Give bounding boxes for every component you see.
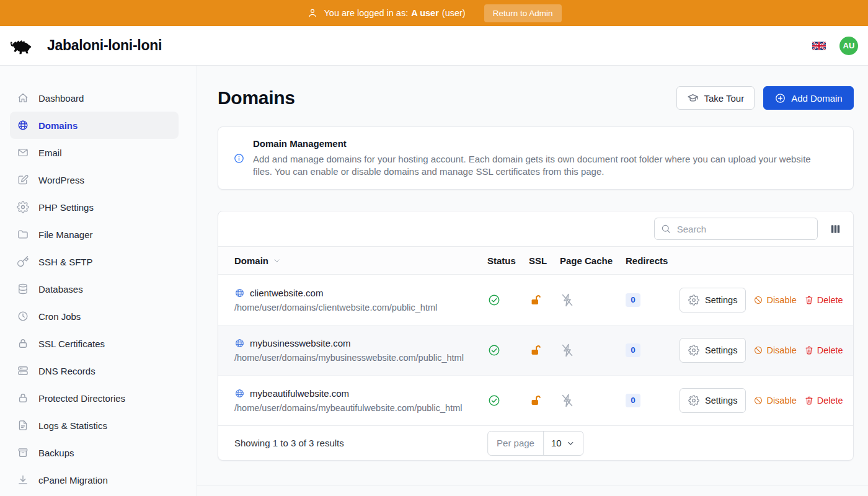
- impersonation-banner: You are logged in as: A user (user) Retu…: [0, 0, 868, 26]
- sidebar-item-label: Dashboard: [38, 93, 84, 104]
- per-page-value: 10: [551, 438, 562, 448]
- sidebar-item-label: DNS Records: [38, 366, 95, 376]
- settings-button[interactable]: Settings: [680, 288, 746, 312]
- plus-circle-icon: [774, 92, 786, 104]
- disable-button[interactable]: Disable: [753, 295, 796, 305]
- delete-button[interactable]: Delete: [804, 295, 843, 305]
- columns-toggle-button[interactable]: [828, 222, 843, 236]
- gear-icon: [688, 294, 699, 306]
- sidebar-item-databases[interactable]: Databases: [10, 275, 179, 303]
- uk-flag-icon[interactable]: [812, 42, 826, 50]
- sidebar-item-logs-statistics[interactable]: Logs & Statistics: [10, 412, 179, 439]
- page-title: Domains: [218, 87, 295, 108]
- ban-icon: [753, 396, 763, 405]
- sidebar-item-label: SSH & SFTP: [38, 257, 93, 267]
- trash-icon: [804, 345, 814, 355]
- sidebar-item-label: PHP Settings: [38, 202, 94, 213]
- domain-name: mybusinesswebsite.com: [250, 338, 351, 348]
- page-cache-off-icon: [560, 393, 626, 408]
- gear-icon: [688, 395, 699, 406]
- column-header-ssl: SSL: [529, 255, 560, 266]
- download-icon: [17, 474, 29, 486]
- delete-button[interactable]: Delete: [804, 345, 843, 355]
- trash-icon: [804, 396, 814, 405]
- sidebar-item-label: Backups: [38, 448, 74, 458]
- table-row: mybusinesswebsite.com /home/user/domains…: [218, 325, 853, 375]
- sidebar-item-label: Logs & Statistics: [38, 420, 107, 431]
- sidebar-item-label: File Manager: [38, 229, 93, 240]
- trash-icon: [804, 295, 814, 305]
- page-cache-off-icon: [560, 343, 626, 358]
- sidebar-item-dns-records[interactable]: DNS Records: [10, 357, 179, 384]
- table-header-row: Domain Status SSL Page Cache Redirects: [218, 246, 853, 275]
- search-icon: [660, 223, 671, 234]
- sidebar-item-label: Protected Directories: [38, 393, 125, 404]
- home-icon: [17, 92, 29, 104]
- per-page-select[interactable]: Per page 10: [487, 431, 584, 456]
- table-row: mybeautifulwebsite.com /home/user/domain…: [218, 375, 853, 425]
- sidebar-item-dashboard[interactable]: Dashboard: [10, 84, 179, 112]
- status-enabled-icon: [487, 394, 529, 407]
- clock-icon: [17, 310, 29, 322]
- sidebar-item-domains[interactable]: Domains: [10, 112, 179, 139]
- globe-icon: [234, 288, 245, 298]
- sidebar-item-cpanel-migration[interactable]: cPanel Migration: [10, 466, 179, 494]
- info-icon: [233, 153, 245, 164]
- boar-logo-icon: [9, 33, 40, 58]
- lock-icon: [17, 337, 29, 350]
- results-summary: Showing 1 to 3 of 3 results: [234, 438, 344, 448]
- add-domain-button[interactable]: Add Domain: [763, 86, 854, 110]
- domains-table-card: Domain Status SSL Page Cache Redirects c…: [218, 211, 854, 461]
- domain-path: /home/user/domains/mybusinesswebsite.com…: [234, 353, 487, 363]
- search-box: [654, 218, 818, 240]
- search-input[interactable]: [654, 218, 818, 240]
- sidebar-item-backups[interactable]: Backups: [10, 439, 179, 466]
- sidebar-item-label: Email: [38, 148, 62, 158]
- sidebar-item-ssh-sftp[interactable]: SSH & SFTP: [10, 248, 179, 275]
- sidebar-item-cron-jobs[interactable]: Cron Jobs: [10, 303, 179, 330]
- disable-button[interactable]: Disable: [753, 396, 796, 405]
- column-header-domain[interactable]: Domain: [234, 255, 487, 266]
- gear-icon: [688, 345, 699, 356]
- impersonation-message: You are logged in as: A user (user): [324, 8, 466, 18]
- lock-icon: [17, 392, 29, 404]
- sidebar-item-file-manager[interactable]: File Manager: [10, 221, 179, 248]
- sidebar-item-label: cPanel Migration: [38, 475, 108, 485]
- disable-button[interactable]: Disable: [753, 345, 796, 355]
- ssl-unlocked-icon: [529, 394, 560, 407]
- sidebar-item-php-settings[interactable]: PHP Settings: [10, 193, 179, 221]
- sidebar-item-label: Cron Jobs: [38, 311, 81, 322]
- info-card-description: Add and manage domains for your hosting …: [253, 153, 814, 178]
- sidebar-item-protected-directories[interactable]: Protected Directories: [10, 384, 179, 412]
- folder-icon: [17, 228, 29, 241]
- sidebar-item-wordpress[interactable]: WordPress: [10, 166, 179, 193]
- sidebar-item-ssl-certificates[interactable]: SSL Certificates: [10, 330, 179, 357]
- envelope-icon: [17, 146, 29, 159]
- sidebar-item-label: SSL Certificates: [38, 339, 105, 349]
- settings-button[interactable]: Settings: [680, 388, 746, 413]
- ssl-unlocked-icon: [529, 293, 560, 307]
- avatar[interactable]: AU: [839, 37, 858, 55]
- impersonation-prefix: You are logged in as:: [324, 8, 409, 18]
- take-tour-button[interactable]: Take Tour: [676, 86, 755, 110]
- domain-path: /home/user/domains/mybeautifulwebsite.co…: [234, 403, 487, 413]
- info-card-title: Domain Management: [253, 138, 814, 149]
- redirects-count-badge: 0: [626, 343, 640, 357]
- impersonated-user-name: A user: [411, 8, 439, 18]
- sidebar-item-label: Databases: [38, 284, 83, 294]
- return-to-admin-button[interactable]: Return to Admin: [484, 4, 562, 22]
- settings-button[interactable]: Settings: [680, 338, 746, 363]
- columns-icon: [830, 223, 841, 235]
- ban-icon: [753, 295, 763, 305]
- chevron-down-icon: [272, 256, 281, 265]
- main-content: Domains Take Tour Add Domain Domain Mana…: [197, 66, 868, 496]
- redirects-count-badge: 0: [626, 394, 640, 407]
- sidebar-item-email[interactable]: Email: [10, 139, 179, 166]
- server-icon: [17, 365, 29, 377]
- database-icon: [17, 283, 29, 295]
- domain-name: mybeautifulwebsite.com: [250, 388, 349, 399]
- delete-button[interactable]: Delete: [804, 396, 843, 405]
- key-icon: [17, 255, 29, 268]
- globe-icon: [234, 388, 245, 399]
- archive-box-icon: [17, 446, 29, 459]
